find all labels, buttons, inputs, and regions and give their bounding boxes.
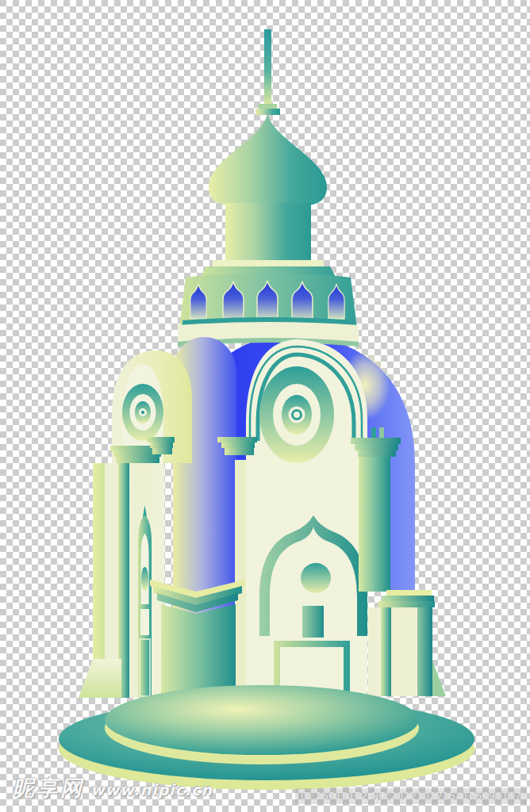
- watermark-serial-no: NO:20221027154156690107: [371, 790, 521, 802]
- central-round-window: [259, 366, 334, 463]
- portal-circle-window: [301, 563, 331, 593]
- right-cornice: [368, 590, 446, 696]
- watermark-id: ID:26612172 NO:20221027154156690107: [295, 788, 527, 804]
- left-round-window: [122, 384, 163, 441]
- watermark-site-url: www.nipic.cn: [90, 781, 213, 799]
- corner-cornice: [150, 580, 245, 698]
- lancet-window: [138, 505, 152, 698]
- left-skirt: [79, 659, 121, 698]
- watermark-site: 昵享网 www.nipic.cn: [13, 774, 213, 802]
- right-skirt: [432, 661, 446, 696]
- drum-tambour: [178, 260, 359, 347]
- right-column: [359, 457, 390, 592]
- portal-pedestal: [302, 606, 324, 638]
- watermark-image-id: ID:26612172: [301, 790, 367, 802]
- onion-dome: [209, 114, 327, 265]
- church-illustration: [0, 0, 530, 812]
- spire: [255, 29, 280, 115]
- watermark-site-name: 昵享网: [13, 774, 84, 802]
- transparent-canvas: 昵享网 www.nipic.cn ID:26612172 NO:20221027…: [0, 0, 530, 812]
